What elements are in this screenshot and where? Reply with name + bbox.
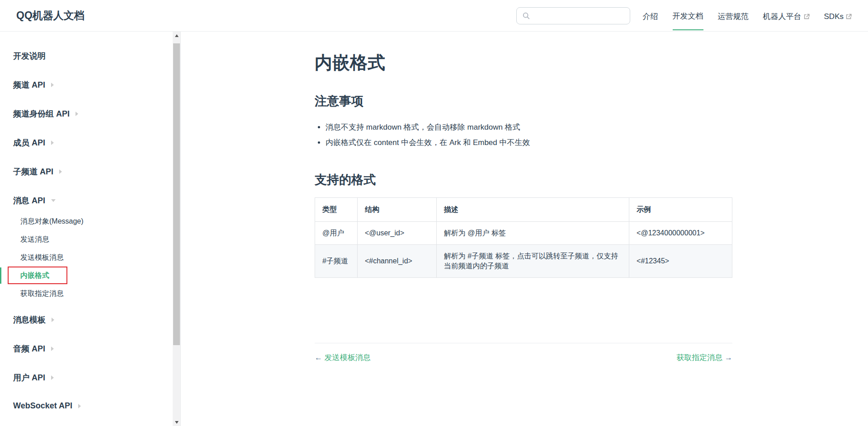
chevron-right-icon (59, 169, 62, 174)
note-item: 消息不支持 markdown 格式，会自动移除 markdown 格式 (326, 120, 732, 135)
cell-example: <@1234000000001> (629, 222, 732, 245)
sidebar-item-inline-format[interactable]: 内嵌格式 (0, 267, 180, 285)
sidebar-message-api-children: 消息对象(Message) 发送消息 发送模板消息 内嵌格式 获取指定消息 (0, 212, 180, 303)
sidebar-item-dev-notes[interactable]: 开发说明 (0, 42, 180, 70)
external-link-icon (846, 14, 852, 19)
sidebar-group-member-api[interactable]: 成员 API (0, 128, 180, 157)
nav-link-label: 介绍 (643, 11, 658, 22)
navbar: QQ机器人文档 介绍 开发文档 运营规范 机器人平台 SDKs (0, 0, 868, 32)
main-content: 内嵌格式 注意事项 消息不支持 markdown 格式，会自动移除 markdo… (181, 32, 868, 426)
column-header-structure: 结构 (357, 198, 436, 222)
prev-page: ← 发送模板消息 (315, 352, 371, 363)
chevron-right-icon (51, 346, 54, 351)
column-header-type: 类型 (315, 198, 358, 222)
cell-description: 解析为 @用户 标签 (436, 222, 629, 245)
sidebar-item-label: 子频道 API (13, 166, 53, 177)
sidebar-item-send-message[interactable]: 发送消息 (0, 230, 180, 248)
navbar-right: 介绍 开发文档 运营规范 机器人平台 SDKs (516, 1, 852, 30)
cell-structure: <@user_id> (357, 222, 436, 245)
page-title: 内嵌格式 (315, 52, 732, 74)
sidebar-group-role-api[interactable]: 频道身份组 API (0, 99, 180, 128)
section-heading-notes: 注意事项 (315, 94, 732, 109)
sidebar-item-label: 音频 API (13, 343, 45, 354)
page-footer-nav: ← 发送模板消息 获取指定消息 → (315, 343, 732, 372)
search-icon (522, 12, 530, 20)
next-page: 获取指定消息 → (676, 352, 732, 363)
nav-link-label: SDKs (824, 12, 844, 21)
sidebar-menu: 开发说明 频道 API 频道身份组 API 成员 API 子频道 API 消息 … (0, 32, 180, 424)
sidebar-item-send-template-message[interactable]: 发送模板消息 (0, 248, 180, 267)
prev-arrow: ← (315, 353, 322, 362)
table-header-row: 类型 结构 描述 示例 (315, 198, 732, 222)
scrollbar-thumb[interactable] (173, 43, 180, 345)
nav-link-intro[interactable]: 介绍 (643, 1, 658, 30)
sidebar-item-label: 频道身份组 API (13, 108, 70, 119)
cell-type: #子频道 (315, 245, 358, 278)
cell-type: @用户 (315, 222, 358, 245)
sidebar-group-websocket-api[interactable]: WebSocket API (0, 392, 180, 420)
nav-link-bot-platform[interactable]: 机器人平台 (763, 1, 810, 30)
chevron-right-icon (75, 112, 78, 116)
nav-link-label: 机器人平台 (763, 11, 802, 22)
sidebar-item-label: 发送消息 (20, 235, 49, 243)
prev-page-link[interactable]: 发送模板消息 (325, 353, 371, 362)
nav-link-operation-rules[interactable]: 运营规范 (718, 1, 749, 30)
sidebar-group-channel-api[interactable]: 频道 API (0, 70, 180, 99)
notes-list: 消息不支持 markdown 格式，会自动移除 markdown 格式 内嵌格式… (326, 120, 732, 150)
sidebar-item-message-object[interactable]: 消息对象(Message) (0, 212, 180, 230)
column-header-description: 描述 (436, 198, 629, 222)
scrollbar-down-arrow[interactable] (173, 418, 180, 426)
sidebar: 开发说明 频道 API 频道身份组 API 成员 API 子频道 API 消息 … (0, 32, 181, 426)
sidebar-group-user-api[interactable]: 用户 API (0, 363, 180, 392)
chevron-right-icon (51, 375, 54, 380)
column-header-example: 示例 (629, 198, 732, 222)
cell-structure: <#channel_id> (357, 245, 436, 278)
site-title[interactable]: QQ机器人文档 (16, 9, 85, 23)
note-item: 内嵌格式仅在 content 中会生效，在 Ark 和 Embed 中不生效 (326, 135, 732, 150)
sidebar-item-label: 消息 API (13, 195, 45, 206)
sidebar-item-label: 内嵌格式 (20, 272, 49, 279)
external-link-icon (804, 14, 810, 19)
chevron-right-icon (51, 140, 54, 145)
chevron-down-icon (51, 199, 56, 202)
cell-description: 解析为 #子频道 标签，点击可以跳转至子频道，仅支持当前频道内的子频道 (436, 245, 629, 278)
sidebar-item-label: 频道 API (13, 80, 45, 90)
sidebar-item-get-message[interactable]: 获取指定消息 (0, 285, 180, 303)
formats-table: 类型 结构 描述 示例 @用户 <@user_id> 解析为 @用户 标签 <@… (315, 197, 732, 278)
nav-link-dev-docs[interactable]: 开发文档 (673, 1, 703, 30)
chevron-right-icon (51, 83, 54, 87)
sidebar-item-label: 消息对象(Message) (20, 217, 84, 225)
search-input[interactable] (534, 12, 624, 19)
sidebar-scrollbar[interactable] (173, 32, 180, 426)
sidebar-group-message-template[interactable]: 消息模板 (0, 305, 180, 334)
chevron-right-icon (78, 404, 81, 408)
top-nav: 介绍 开发文档 运营规范 机器人平台 SDKs (643, 1, 852, 30)
sidebar-item-label: 用户 API (13, 372, 45, 383)
sidebar-item-label: 发送模板消息 (20, 253, 64, 261)
table-row: #子频道 <#channel_id> 解析为 #子频道 标签，点击可以跳转至子频… (315, 245, 732, 278)
sidebar-item-label: WebSocket API (13, 401, 72, 411)
sidebar-group-subchannel-api[interactable]: 子频道 API (0, 157, 180, 186)
sidebar-item-label: 获取指定消息 (20, 290, 64, 297)
chevron-right-icon (52, 318, 54, 322)
cell-example: <#12345> (629, 245, 732, 278)
nav-link-label: 开发文档 (673, 11, 703, 21)
sidebar-group-audio-api[interactable]: 音频 API (0, 334, 180, 363)
nav-link-label: 运营规范 (718, 11, 749, 22)
scrollbar-up-arrow[interactable] (173, 32, 180, 39)
nav-link-sdks[interactable]: SDKs (824, 2, 852, 29)
search-box[interactable] (516, 7, 630, 24)
section-heading-formats: 支持的格式 (315, 172, 732, 187)
table-row: @用户 <@user_id> 解析为 @用户 标签 <@123400000000… (315, 222, 732, 245)
sidebar-item-label: 成员 API (13, 137, 45, 148)
sidebar-group-message-api[interactable]: 消息 API (0, 186, 180, 215)
next-arrow: → (725, 353, 732, 362)
sidebar-item-label: 开发说明 (13, 51, 46, 61)
next-page-link[interactable]: 获取指定消息 (676, 353, 722, 362)
sidebar-item-label: 消息模板 (13, 314, 46, 325)
